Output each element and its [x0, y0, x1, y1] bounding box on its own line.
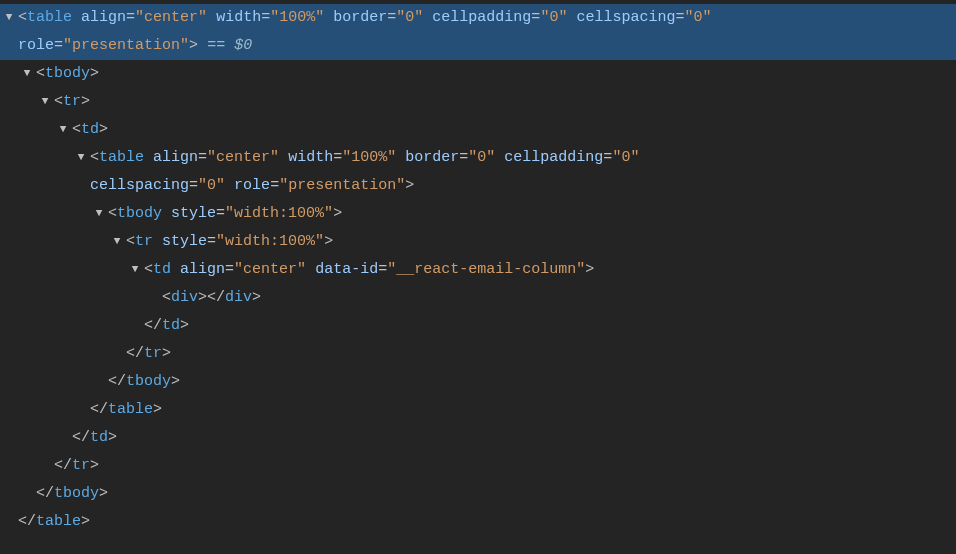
dom-node-tbody[interactable]: ▼<tbody> [0, 60, 956, 88]
dom-close-td[interactable]: </td> [0, 424, 956, 452]
dom-tree[interactable]: ▼<table align="center" width="100%" bord… [0, 0, 956, 544]
triangle-down-icon[interactable]: ▼ [132, 255, 139, 283]
triangle-down-icon[interactable]: ▼ [96, 199, 103, 227]
dom-close-tr-inner[interactable]: </tr> [0, 340, 956, 368]
dom-close-table-inner[interactable]: </table> [0, 396, 956, 424]
triangle-down-icon[interactable]: ▼ [6, 3, 13, 31]
triangle-down-icon[interactable]: ▼ [24, 59, 31, 87]
dom-node-tr-inner[interactable]: ▼<tr style="width:100%"> [0, 228, 956, 256]
dom-node-tr[interactable]: ▼<tr> [0, 88, 956, 116]
dom-node-td[interactable]: ▼<td> [0, 116, 956, 144]
triangle-down-icon[interactable]: ▼ [114, 227, 121, 255]
selected-node-marker: == $0 [207, 37, 252, 54]
dom-node-table-root-wrap[interactable]: role="presentation"> == $0 [0, 32, 956, 60]
dom-close-tr[interactable]: </tr> [0, 452, 956, 480]
triangle-down-icon[interactable]: ▼ [78, 143, 85, 171]
triangle-down-icon[interactable]: ▼ [42, 87, 49, 115]
dom-node-table-inner[interactable]: ▼<table align="center" width="100%" bord… [0, 144, 956, 172]
dom-node-table-inner-wrap[interactable]: cellspacing="0" role="presentation"> [0, 172, 956, 200]
dom-close-td-inner[interactable]: </td> [0, 312, 956, 340]
dom-close-tbody-inner[interactable]: </tbody> [0, 368, 956, 396]
triangle-down-icon[interactable]: ▼ [60, 115, 67, 143]
dom-node-td-inner[interactable]: ▼<td align="center" data-id="__react-ema… [0, 256, 956, 284]
dom-close-table-root[interactable]: </table> [0, 508, 956, 536]
dom-node-tbody-inner[interactable]: ▼<tbody style="width:100%"> [0, 200, 956, 228]
dom-node-table-root[interactable]: ▼<table align="center" width="100%" bord… [0, 4, 956, 32]
dom-close-tbody[interactable]: </tbody> [0, 480, 956, 508]
dom-node-div[interactable]: <div></div> [0, 284, 956, 312]
